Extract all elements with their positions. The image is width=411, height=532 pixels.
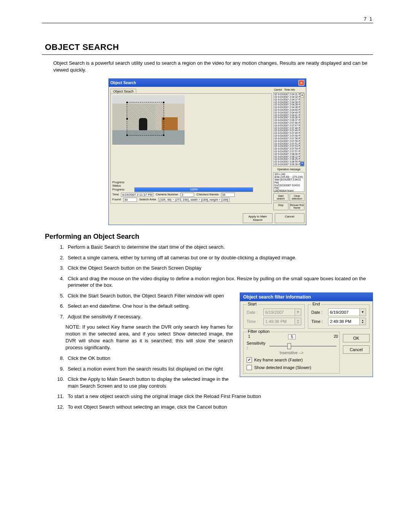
operation-message-box: 320 x 240Area (105,48) ~ (273,236)Start … [273,172,304,192]
end-fieldset: End Date : 6/19/2007 ▼ Time : 2:49:38 PM… [308,304,370,329]
start-fieldset: Start Date : 6/19/2007 ▼ Time : 1:49:38 … [243,304,305,329]
start-time-label: Time : [247,319,261,324]
start-date-label: Date : [247,310,261,315]
progress-status-label: Progress Status [112,181,134,187]
start-search-button[interactable]: Start search [273,193,288,201]
checked-frames-value: 34 [221,193,235,197]
steps-list-b: Click the OK buttonSelect a motion event… [42,355,233,389]
sensitivity-slider[interactable] [269,343,336,348]
keyframe-checkbox[interactable]: ✔ [247,357,252,363]
reload-first-frame-button[interactable]: Reload first frame [290,203,305,210]
keyframe-label: Key frame search (Faster) [254,358,303,362]
found-label: Found [112,198,121,202]
step-item: Click the OK button [65,355,233,362]
steps-list-final: To start a new object search using the o… [42,393,373,410]
results-list[interactable]: 02 6/19/2007 2:04:31 PM02 6/19/2007 2:04… [273,93,304,166]
step-item: Select a single camera, either by turnin… [65,254,373,261]
result-row[interactable]: 02 6/19/2007 2:10:00 PM [274,166,303,166]
slider-thumb[interactable] [287,343,291,349]
scale-min: 1 [248,334,250,339]
op-message-line: Area (105,48) ~ (273,236) [274,176,303,178]
op-message-line: 320 x 240 [274,173,303,176]
window-title: Object Search [110,81,136,85]
show-detected-label: Show detected image (Slower) [254,365,311,370]
spinner-icon[interactable]: ▲▼ [359,318,366,325]
end-date-combo[interactable]: 6/19/2007 ▼ [328,308,366,316]
search-area-value: (105, 48) ~ (273, 236), width = [169], h… [158,198,229,202]
start-date-value: 6/19/2007 [264,310,295,315]
step-item: To exit Object Search without selecting … [65,404,373,411]
dialog-title: Object search filter information [240,293,373,301]
results-col-time: Time info [284,88,295,91]
cancel-button[interactable]: Cancel [275,213,304,223]
op-message-line: End [6/19/2007 3:04:01 PM] [274,184,303,189]
operation-message-label: Operation message [273,168,304,171]
end-time-value: 2:49:38 PM [328,319,359,324]
clear-selection-button[interactable]: Clear selection [290,193,305,201]
steps-list-continued: Click the Start Search button, the Objec… [42,292,233,320]
sensitivity-label: Sensitivity : [247,341,266,350]
show-detected-checkbox[interactable] [247,365,252,370]
dialog-cancel-button[interactable]: Cancel [343,345,370,354]
note-paragraph: NOTE: If you select Key frame search the… [65,324,233,351]
progress-bar: 100% [134,187,253,192]
ok-button[interactable]: OK [343,334,370,342]
start-time-value: 1:49:38 PM [264,319,295,324]
filter-dialog: Object search filter information Start D… [240,292,373,377]
tab-panel: Progress Status Progress 100% Time 6/19/… [110,93,272,204]
scale-max: 20 [334,334,338,339]
stop-button[interactable]: Stop [273,203,288,210]
apply-to-main-search-button[interactable]: Apply to Main Search [243,213,272,223]
camera-number-value: 2 [180,193,194,197]
insensitive-label: Insensitive --> [247,351,336,355]
scroll-up-icon[interactable]: ▲ [300,93,304,97]
page-number: 7 1 [364,16,373,22]
intro-paragraph: Object Search is a powerful search utili… [42,60,373,73]
heading-object-search: OBJECT SEARCH [42,42,373,52]
step-item: Adjust the sensitivity if necessary. [65,313,233,320]
results-col-camid: CamId [274,88,282,91]
filter-option-fieldset: Filter option 1 5 20 Sensitivity : [243,332,340,374]
scale-box: 5 [288,334,296,339]
object-search-window: Object Search × Object Seach [108,78,306,225]
time-value: 6/19/2007 2:11:37 PM [121,193,153,197]
heading-rule [42,54,373,55]
op-message-line: [30] Motion found [274,189,303,192]
step-item: Click the Apply to Main Search button to… [65,376,233,389]
step-item: Click the Start Search button, the Objec… [65,292,233,299]
steps-list: Perform a Basic Search to determine the … [42,244,373,289]
step-item: Click and drag the mouse on the video di… [65,275,373,289]
titlebar: Object Search × [109,79,306,87]
time-label: Time [112,193,119,197]
chevron-down-icon[interactable]: ▼ [359,309,366,316]
search-area-label: Search Area [139,198,156,202]
chevron-down-icon: ▼ [295,309,301,316]
step-item: To start a new object search using the o… [65,393,373,400]
video-preview[interactable] [112,95,185,145]
progress-label: Progress [112,188,134,191]
step-item: Select an end date/time. One hour is the… [65,303,233,310]
step-item: Perform a Basic Search to determine the … [65,244,373,251]
step-item: Select a motion event from the search re… [65,366,233,372]
step-item: Click the Object Search button on the Se… [65,265,373,272]
end-legend: End [311,302,321,306]
found-value: 30 [123,198,137,202]
close-icon[interactable]: × [298,80,304,86]
op-message-line: Start [6/19/2007 2:04:01 PM] [274,178,303,184]
start-legend: Start [247,302,258,306]
end-time-label: Time : [311,319,326,324]
top-rule [42,23,373,23]
start-date-combo: 6/19/2007 ▼ [263,308,301,316]
checked-frames-label: Checked frames [196,193,218,197]
filter-legend: Filter option [247,329,271,334]
end-time-spinner[interactable]: 2:49:38 PM ▲▼ [328,318,366,325]
spinner-icon: ▲▼ [295,318,301,325]
progress-status-area: Progress Status Progress 100% Time 6/19/… [112,181,270,202]
scroll-down-icon[interactable]: ▼ [300,161,304,166]
scrollbar[interactable]: ▲ ▼ [300,93,304,166]
end-date-label: Date : [311,310,326,315]
start-time-spinner: 1:49:38 PM ▲▼ [263,318,301,325]
motion-region-box[interactable] [127,102,164,136]
camera-number-label: Camera Number [156,193,178,197]
heading-performing: Performing an Object Search [45,233,373,241]
